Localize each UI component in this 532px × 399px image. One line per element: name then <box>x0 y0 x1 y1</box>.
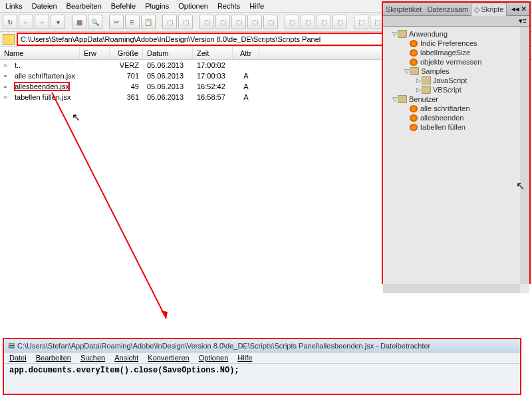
copy-icon[interactable]: ⎘ <box>125 15 140 29</box>
tree-item[interactable]: Indic Preferences <box>384 39 528 48</box>
menu-dateien[interactable]: Dateien <box>32 2 57 10</box>
viewer-menu-datei[interactable]: Datei <box>9 354 27 362</box>
tree-label: Anwendung <box>409 30 448 38</box>
scrollbar-vertical[interactable] <box>520 27 529 284</box>
refresh-icon[interactable]: ↻ <box>3 15 17 29</box>
col-erw[interactable]: Erw <box>80 47 110 59</box>
script-icon <box>410 105 418 112</box>
cursor-icon <box>516 180 524 190</box>
menu-links[interactable]: Links <box>5 2 23 10</box>
tree-item[interactable]: ▽Samples <box>384 66 528 76</box>
file-icon: ▫ <box>4 72 13 80</box>
back-icon[interactable]: ← <box>19 15 33 29</box>
tab-skriptetikett[interactable]: Skriptetiket <box>383 3 424 15</box>
tab-skripte[interactable]: ◇Skripte <box>471 3 507 16</box>
script-icon <box>410 124 418 131</box>
scrollbar-horizontal[interactable] <box>383 284 520 293</box>
tool7-icon[interactable]: ⬚ <box>263 15 278 29</box>
cut-icon[interactable]: ✂ <box>109 15 124 29</box>
panel-menu-icon[interactable]: ▾≡ <box>519 17 527 25</box>
tree-label: VBScript <box>433 86 462 94</box>
scripts-panel: Skriptetiket Datenzusam ◇Skripte ◂◂ ✕ ▾≡… <box>382 1 531 284</box>
paste-icon[interactable]: 📋 <box>141 15 156 29</box>
tree-label: objekte vermessen <box>420 58 481 66</box>
tree-item[interactable]: ▽Anwendung <box>384 29 528 39</box>
cursor-icon <box>72 111 80 122</box>
menu-rechts[interactable]: Rechts <box>217 2 240 10</box>
menu-befehle[interactable]: Befehle <box>111 2 136 10</box>
script-icon <box>410 59 418 66</box>
col-name[interactable]: Name <box>0 47 80 59</box>
tree-item[interactable]: tabellen füllen <box>384 122 528 132</box>
file-icon: ▫ <box>4 93 13 101</box>
viewer-menu-suchen[interactable]: Suchen <box>80 354 105 362</box>
viewer-code-content: app.documents.everyItem().close(SaveOpti… <box>4 364 520 377</box>
tab-datenzusam[interactable]: Datenzusam <box>424 3 471 15</box>
tool11-icon[interactable]: ⬚ <box>332 15 347 29</box>
svg-line-0 <box>52 92 166 319</box>
script-icon <box>410 114 418 122</box>
viewer-menu-optionen[interactable]: Optionen <box>199 354 229 362</box>
panel-close-icon[interactable]: ✕ <box>521 5 527 13</box>
tool8-icon[interactable]: ⬚ <box>285 15 299 29</box>
tree-item[interactable]: ▷VBScript <box>384 85 528 94</box>
tree-label: JavaScript <box>433 76 467 84</box>
search-icon[interactable]: 🔍 <box>88 15 102 29</box>
folder-icon <box>422 76 431 84</box>
viewer-menu-hilfe[interactable]: Hilfe <box>237 354 252 362</box>
tree-label: labelImageSize <box>420 49 470 57</box>
tool1-icon[interactable]: ⬚ <box>162 15 177 29</box>
menu-hilfe[interactable]: Hilfe <box>249 2 264 10</box>
tree-label: allesbeenden <box>420 114 464 122</box>
dropdown-icon[interactable]: ▾ <box>51 15 65 29</box>
tool2-icon[interactable]: ⬚ <box>178 15 193 29</box>
tool6-icon[interactable]: ⬚ <box>247 15 262 29</box>
tool5-icon[interactable]: ⬚ <box>231 15 246 29</box>
menu-optionen[interactable]: Optionen <box>178 2 208 10</box>
file-viewer: ▤ C:\Users\Stefan\AppData\Roaming\Adobe\… <box>3 338 521 395</box>
file-icon: ▫ <box>4 82 13 90</box>
col-attr[interactable]: Attr <box>233 47 259 59</box>
tree-item[interactable]: ▽Benutzer <box>384 94 528 104</box>
scripts-tree: ▽AnwendungIndic PreferenceslabelImageSiz… <box>383 27 529 293</box>
script-icon <box>410 49 418 57</box>
panel-collapse-icon[interactable]: ◂◂ <box>511 5 519 13</box>
document-icon: ▤ <box>8 341 15 350</box>
tree-item[interactable]: labelImageSize <box>384 48 528 57</box>
folder-icon <box>398 95 407 103</box>
svg-marker-1 <box>161 311 168 319</box>
tree-item[interactable]: allesbeenden <box>384 113 528 122</box>
col-size[interactable]: Größe <box>110 47 143 59</box>
tree-label: Benutzer <box>409 95 438 103</box>
tree-label: tabellen füllen <box>420 123 466 131</box>
col-date[interactable]: Datum <box>143 47 193 59</box>
menu-bearbeiten[interactable]: Bearbeiten <box>66 2 102 10</box>
tree-label: Indic Preferences <box>420 39 477 47</box>
tool9-icon[interactable]: ⬚ <box>301 15 315 29</box>
file-icon: ▫ <box>4 61 13 69</box>
forward-icon[interactable]: → <box>35 15 49 29</box>
scripts-panel-tabs: Skriptetiket Datenzusam ◇Skripte ◂◂ ✕ <box>383 3 529 16</box>
tree-label: Samples <box>421 67 450 75</box>
folder-icon <box>422 86 431 94</box>
viewer-menu-bearbeiten[interactable]: Bearbeiten <box>36 354 71 362</box>
tree-item[interactable]: alle schriftarten <box>384 104 528 113</box>
script-icon <box>410 40 418 47</box>
viewer-menubar: Datei Bearbeiten Suchen Ansicht Konverti… <box>4 352 520 364</box>
tree-label: alle schriftarten <box>420 104 470 112</box>
folder-icon <box>398 30 407 38</box>
tool10-icon[interactable]: ⬚ <box>317 15 331 29</box>
tree-item[interactable]: objekte vermessen <box>384 57 528 66</box>
viewer-menu-ansicht[interactable]: Ansicht <box>114 354 138 362</box>
folder-icon <box>410 67 419 75</box>
drive-icon[interactable] <box>3 34 15 45</box>
tree-item[interactable]: ▷JavaScript <box>384 76 528 85</box>
viewer-titlebar: ▤ C:\Users\Stefan\AppData\Roaming\Adobe\… <box>4 339 520 352</box>
grid-icon[interactable]: ▦ <box>72 15 86 29</box>
col-time[interactable]: Zeit <box>193 47 233 59</box>
viewer-menu-konvertieren[interactable]: Konvertieren <box>148 354 189 362</box>
tool3-icon[interactable]: ⬚ <box>200 15 214 29</box>
tool4-icon[interactable]: ⬚ <box>215 15 230 29</box>
menu-plugins[interactable]: Plugins <box>145 2 169 10</box>
tool12-icon[interactable]: ⬚ <box>354 15 368 29</box>
